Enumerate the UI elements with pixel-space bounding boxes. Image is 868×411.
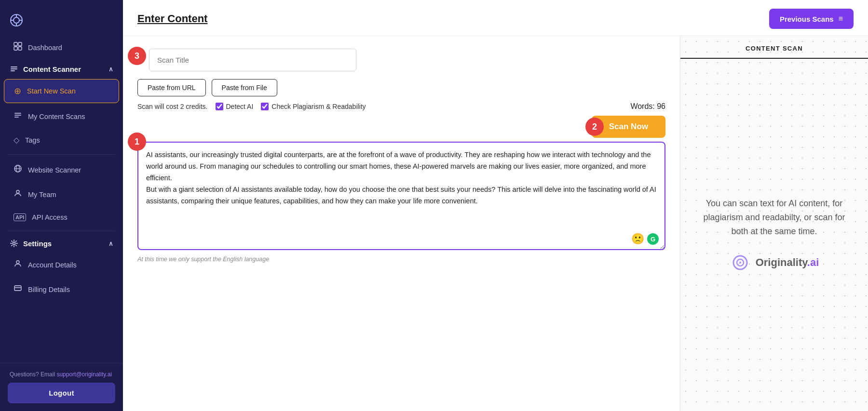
originality-logo: Originality.ai	[730, 252, 819, 273]
svg-rect-8	[14, 47, 17, 50]
sidebar-item-dashboard-label: Dashboard	[28, 44, 62, 52]
divider-1	[8, 154, 115, 155]
sidebar-item-my-content-scans-label: My Content Scans	[28, 113, 85, 120]
logout-button[interactable]: Logout	[8, 383, 115, 403]
scan-now-row: 2 Scan Now	[137, 116, 665, 138]
sidebar-footer: Questions? Email support@originality.ai …	[0, 363, 123, 411]
sidebar-item-account-details[interactable]: Account Details	[4, 253, 119, 277]
originality-logo-text: Originality.ai	[756, 256, 819, 269]
sidebar-item-api-access[interactable]: API API Access	[4, 207, 119, 227]
content-scanner-label: Content Scanner	[23, 65, 81, 73]
svg-point-1	[14, 17, 19, 23]
settings-chevron-icon: ∧	[108, 240, 113, 247]
svg-rect-13	[14, 113, 21, 114]
svg-rect-14	[14, 115, 21, 116]
check-plagiarism-checkbox[interactable]	[261, 103, 269, 110]
previous-scans-button[interactable]: Previous Scans ≡	[769, 9, 854, 29]
check-plagiarism-checkbox-label[interactable]: Check Plagiarism & Readability	[261, 103, 366, 110]
sidebar-item-tags-label: Tags	[25, 136, 40, 144]
detect-ai-checkbox[interactable]	[216, 103, 223, 110]
svg-rect-6	[14, 42, 17, 46]
panels: 3 Paste from URL Paste from File Scan wi…	[123, 36, 868, 411]
main-content: Enter Content Previous Scans ≡ 3 Paste f…	[123, 0, 868, 411]
right-panel-body: You can scan text for AI content, for pl…	[680, 59, 868, 411]
sidebar-item-my-team[interactable]: My Team	[4, 183, 119, 206]
list-lines-icon: ≡	[839, 14, 843, 23]
detect-ai-label: Detect AI	[226, 103, 254, 110]
list-icon	[14, 111, 22, 122]
right-panel-description: You can scan text for AI content, for pl…	[700, 197, 849, 238]
svg-rect-10	[11, 66, 17, 67]
page-title: Enter Content	[137, 13, 207, 25]
svg-point-19	[16, 190, 19, 193]
svg-rect-9	[18, 47, 22, 50]
sidebar: Start New Scan Dashboard Content Scanner…	[0, 0, 123, 411]
content-textarea[interactable]: AI assistants, our increasingly trusted …	[137, 142, 665, 250]
svg-point-26	[739, 262, 741, 264]
svg-rect-15	[14, 117, 19, 118]
sidebar-logo: Start New Scan	[10, 9, 113, 36]
sidebar-item-dashboard[interactable]: Dashboard	[4, 36, 119, 59]
sidebar-item-my-team-label: My Team	[28, 191, 56, 199]
sidebar-item-start-new-scan-label: Start New Scan	[27, 87, 76, 95]
sidebar-item-account-details-label: Account Details	[28, 261, 77, 269]
sidebar-item-my-content-scans[interactable]: My Content Scans	[4, 105, 119, 128]
sidebar-item-billing-details[interactable]: Billing Details	[4, 278, 119, 301]
content-scanner-section[interactable]: Content Scanner ∧	[0, 60, 123, 78]
svg-point-21	[16, 261, 19, 264]
svg-rect-11	[11, 68, 17, 69]
svg-rect-22	[14, 286, 21, 291]
paste-from-url-button[interactable]: Paste from URL	[137, 79, 206, 96]
billing-icon	[14, 284, 22, 295]
step3-wrapper: 3	[137, 49, 665, 71]
paste-from-file-button[interactable]: Paste from File	[212, 79, 277, 96]
options-row: Scan will cost 2 credits. Detect AI Chec…	[137, 102, 665, 111]
sidebar-item-website-scanner[interactable]: Website Scanner	[4, 158, 119, 182]
sidebar-item-tags[interactable]: ◇ Tags	[4, 129, 119, 151]
support-email-link[interactable]: support@originality.ai	[56, 371, 112, 378]
step-1-badge: 1	[128, 133, 146, 151]
emoji-icon[interactable]: 🙁	[631, 233, 644, 245]
step-3-badge: 3	[128, 47, 146, 65]
sidebar-item-api-access-label: API Access	[32, 213, 67, 221]
api-icon: API	[14, 213, 26, 221]
globe-icon	[14, 164, 22, 175]
right-panel: CONTENT SCAN You can scan text for AI co…	[680, 36, 868, 411]
settings-label: Settings	[23, 239, 52, 248]
dashboard-icon[interactable]	[10, 13, 23, 27]
svg-point-20	[13, 242, 15, 245]
tag-icon: ◇	[14, 135, 19, 145]
settings-section[interactable]: Settings ∧	[0, 234, 123, 252]
sidebar-item-billing-details-label: Billing Details	[28, 286, 70, 293]
paste-row: Paste from URL Paste from File	[137, 79, 665, 96]
words-count: Words: 96	[630, 102, 665, 111]
account-icon	[14, 259, 22, 270]
detect-ai-checkbox-label[interactable]: Detect AI	[216, 103, 254, 110]
textarea-wrapper: 1 AI assistants, our increasingly truste…	[137, 142, 665, 252]
left-panel: 3 Paste from URL Paste from File Scan wi…	[123, 36, 680, 411]
step-2-badge: 2	[585, 118, 604, 136]
check-plagiarism-label: Check Plagiarism & Readability	[271, 103, 366, 110]
scan-cost-text: Scan will cost 2 credits.	[137, 103, 208, 110]
top-bar: Enter Content Previous Scans ≡	[123, 0, 868, 36]
previous-scans-label: Previous Scans	[780, 15, 834, 23]
grammarly-icon[interactable]: G	[647, 233, 659, 245]
sidebar-item-start-new-scan[interactable]: ⊕ Start New Scan	[4, 79, 119, 103]
options-left: Scan will cost 2 credits. Detect AI Chec…	[137, 103, 366, 110]
language-note: At this time we only support the English…	[137, 256, 665, 263]
svg-rect-7	[18, 42, 22, 46]
help-text: Questions? Email support@originality.ai	[8, 369, 115, 383]
dashboard-nav-icon	[14, 42, 22, 53]
chevron-up-icon: ∧	[108, 66, 113, 73]
svg-rect-12	[11, 70, 15, 71]
textarea-icons: 🙁 G	[631, 233, 659, 245]
scan-title-input[interactable]	[149, 49, 356, 71]
originality-logo-suffix: .ai	[807, 256, 819, 268]
sidebar-item-website-scanner-label: Website Scanner	[28, 166, 81, 174]
plus-circle-icon: ⊕	[14, 86, 21, 96]
team-icon	[14, 189, 22, 200]
content-scan-tab[interactable]: CONTENT SCAN	[680, 36, 868, 59]
divider-2	[8, 231, 115, 231]
